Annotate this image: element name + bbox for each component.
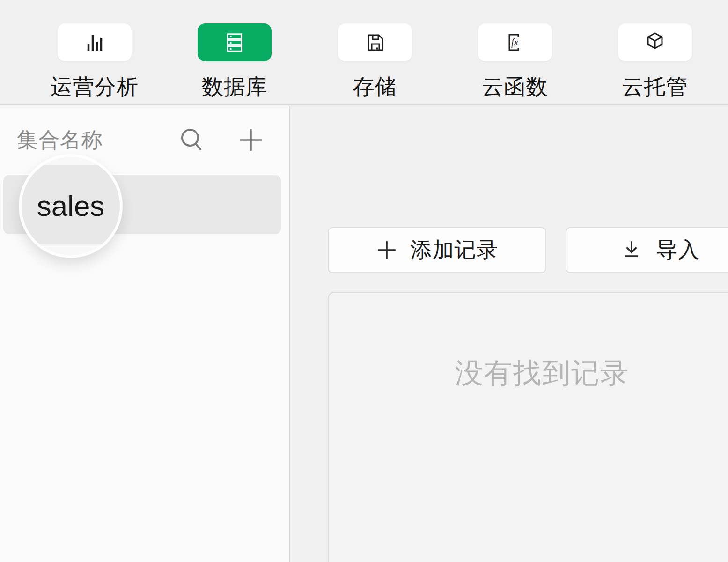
function-icon: fx [503, 30, 527, 55]
tab-label: 云函数 [482, 73, 548, 102]
tab-storage-card [338, 23, 412, 61]
tab-cloud-functions[interactable]: fx 云函数 [478, 23, 552, 104]
tab-storage[interactable]: 存储 [338, 23, 412, 104]
svg-text:fx: fx [511, 37, 519, 48]
import-button[interactable]: 导入 [566, 227, 728, 273]
tab-label: 运营分析 [51, 73, 139, 102]
magnifier-loupe: sales [22, 157, 120, 255]
sidebar-title: 集合名称 [17, 126, 180, 154]
add-record-button[interactable]: 添加记录 [328, 227, 546, 273]
tab-database[interactable]: 数据库 [197, 23, 272, 104]
tab-operations-analysis-card [58, 23, 132, 61]
top-toolbar: 运营分析 数据库 [0, 0, 728, 105]
import-label: 导入 [656, 236, 700, 265]
plus-icon [376, 239, 397, 261]
add-record-label: 添加记录 [411, 236, 499, 265]
tab-label: 云托管 [622, 73, 688, 102]
database-icon [223, 31, 246, 54]
magnifier-text: sales [22, 157, 120, 255]
tab-cloud-hosting[interactable]: 云托管 [618, 23, 692, 104]
save-icon [363, 30, 387, 55]
search-icon[interactable] [180, 127, 204, 153]
tab-operations-analysis[interactable]: 运营分析 [57, 23, 132, 104]
download-icon [620, 239, 643, 261]
bar-chart-icon [82, 30, 107, 55]
cube-icon [643, 30, 667, 55]
collections-sidebar: 集合名称 sales sales [0, 106, 290, 562]
tab-cloud-hosting-card [618, 23, 692, 61]
sidebar-header: 集合名称 [17, 127, 263, 153]
empty-state-message: 没有找到记录 [329, 355, 728, 392]
records-main-area: 添加记录 导入 没有找到记录 [291, 106, 728, 562]
tab-label: 数据库 [202, 73, 268, 102]
records-panel: 没有找到记录 [328, 292, 728, 562]
tab-cloud-functions-card: fx [478, 23, 552, 61]
tab-label: 存储 [353, 73, 397, 102]
add-collection-button[interactable] [239, 128, 263, 152]
tab-database-card [198, 23, 272, 61]
